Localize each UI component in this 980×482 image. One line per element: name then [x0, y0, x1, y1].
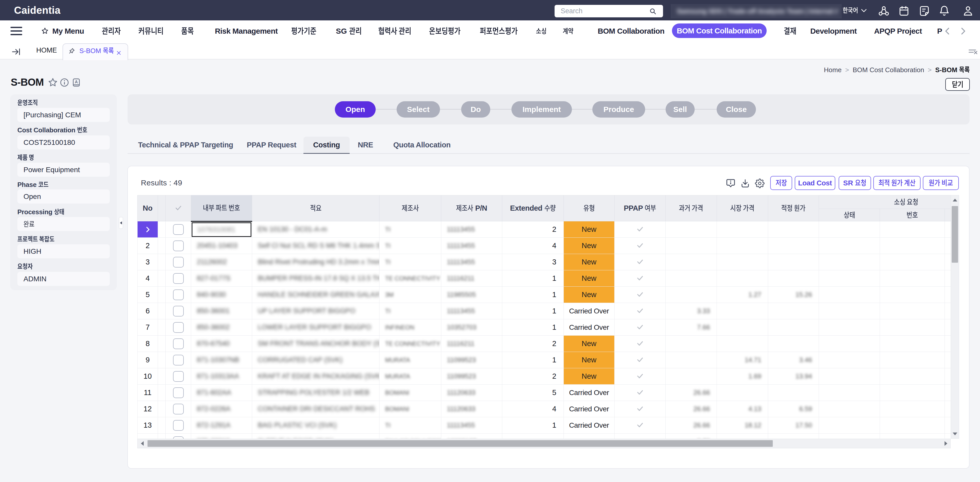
- svg-text:A: A: [75, 79, 78, 84]
